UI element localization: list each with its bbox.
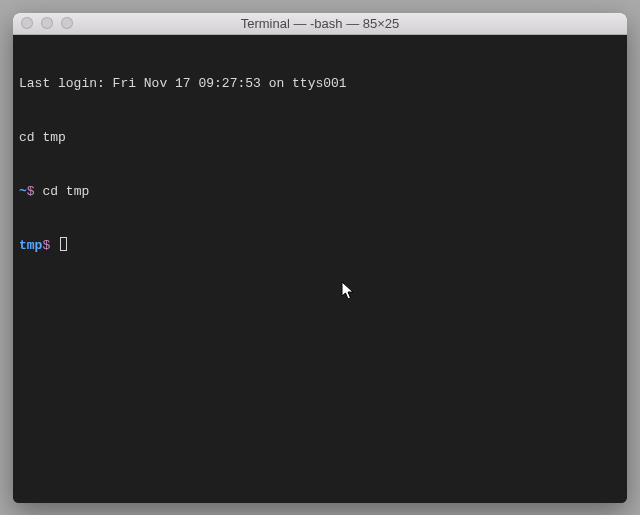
command-text: cd tmp — [42, 184, 89, 199]
prompt-line-1: ~$ cd tmp — [19, 183, 621, 201]
titlebar[interactable]: Terminal — -bash — 85×25 — [13, 13, 627, 35]
prompt-symbol: $ — [42, 238, 50, 253]
window-title: Terminal — -bash — 85×25 — [13, 16, 627, 31]
echoed-command-line: cd tmp — [19, 129, 621, 147]
terminal-body[interactable]: Last login: Fri Nov 17 09:27:53 on ttys0… — [13, 35, 627, 503]
traffic-lights — [21, 17, 73, 29]
prompt-symbol: $ — [27, 184, 35, 199]
minimize-icon[interactable] — [41, 17, 53, 29]
prompt-path: tmp — [19, 238, 42, 253]
prompt-line-2: tmp$ — [19, 237, 621, 255]
mouse-pointer-icon — [341, 281, 357, 301]
close-icon[interactable] — [21, 17, 33, 29]
zoom-icon[interactable] — [61, 17, 73, 29]
last-login-line: Last login: Fri Nov 17 09:27:53 on ttys0… — [19, 75, 621, 93]
prompt-path: ~ — [19, 184, 27, 199]
cursor-icon — [60, 237, 67, 251]
terminal-window: Terminal — -bash — 85×25 Last login: Fri… — [13, 13, 627, 503]
